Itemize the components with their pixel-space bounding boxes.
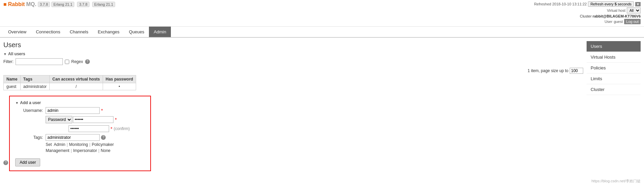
sidebar: Users Virtual Hosts Policies Limits Clus… bbox=[587, 41, 641, 171]
filter-input[interactable] bbox=[16, 58, 63, 65]
top-bar: ■ RabbitMQ. 3.7.8 Erlang 21.1 3.7.8 Erla… bbox=[0, 0, 644, 27]
nav: Overview Connections Channels Exchanges … bbox=[0, 27, 644, 38]
regex-label: Regex bbox=[71, 59, 83, 64]
cell-name: guest bbox=[4, 83, 21, 90]
page-title: Users bbox=[3, 41, 583, 49]
logo-text-rabbit: Rabbit bbox=[8, 1, 25, 7]
col-name: Name bbox=[4, 75, 21, 83]
tags-input[interactable] bbox=[46, 134, 100, 141]
username-input[interactable] bbox=[46, 107, 100, 114]
cell-vhosts: / bbox=[50, 83, 103, 90]
tag-management[interactable]: Management bbox=[46, 148, 69, 153]
logo-text-mq: MQ. bbox=[26, 1, 36, 7]
pagination-row: 1 item, page size up to bbox=[3, 68, 583, 74]
tag-impersonator[interactable]: Impersonator bbox=[73, 148, 97, 153]
tag-policymaker[interactable]: Policymaker bbox=[92, 142, 114, 147]
refresh-timestamp: Refreshed 2018-10-10 13:11:22 bbox=[534, 2, 587, 6]
main: Users ▼ All users Filter: Regex ? 1 item… bbox=[0, 38, 644, 175]
password-input[interactable] bbox=[73, 116, 113, 123]
erlang-badge: Erlang 21.1 bbox=[92, 2, 115, 7]
refresh-button[interactable]: Refresh every 5 seconds bbox=[588, 1, 634, 7]
logo-icon: ■ bbox=[3, 1, 7, 7]
sidebar-item-users[interactable]: Users bbox=[587, 41, 641, 52]
password-confirm-row: * (confirm) bbox=[15, 125, 145, 132]
erlang-badge: Erlang 21.1 bbox=[51, 2, 74, 7]
logo: ■ RabbitMQ. 3.7.8 Erlang 21.1 bbox=[3, 1, 74, 7]
vhost-select[interactable]: All bbox=[627, 7, 641, 13]
password-required: * bbox=[115, 117, 117, 122]
page-size-input[interactable] bbox=[570, 68, 583, 74]
nav-exchanges[interactable]: Exchanges bbox=[93, 27, 124, 37]
table-help-icon[interactable]: ? bbox=[3, 160, 8, 165]
username-row: Username: * bbox=[15, 107, 145, 114]
user-line: User guest Log out bbox=[534, 19, 641, 24]
logout-button[interactable]: Log out bbox=[624, 19, 641, 24]
confirm-label: (confirm) bbox=[114, 126, 130, 131]
username-required: * bbox=[101, 108, 103, 113]
all-users-header[interactable]: ▼ All users bbox=[3, 52, 583, 56]
set-label: Set bbox=[46, 142, 52, 147]
col-password: Has password bbox=[103, 75, 136, 83]
add-user-header[interactable]: ▼ Add a user bbox=[15, 100, 145, 105]
nav-overview[interactable]: Overview bbox=[3, 27, 31, 37]
add-user-btn-row: Add user bbox=[15, 156, 145, 166]
add-user-box: ▼ Add a user Username: * Password Hashed… bbox=[9, 96, 151, 171]
refresh-section: Refreshed 2018-10-10 13:11:22 Refresh ev… bbox=[534, 1, 641, 7]
tag-monitoring[interactable]: Monitoring bbox=[69, 142, 88, 147]
sidebar-item-policies[interactable]: Policies bbox=[587, 63, 641, 73]
filter-row: Filter: Regex ? bbox=[3, 58, 583, 65]
collapse-arrow: ▼ bbox=[3, 52, 7, 56]
username-label: Username: bbox=[15, 108, 46, 113]
add-user-arrow: ▼ bbox=[15, 101, 19, 105]
nav-queues[interactable]: Queues bbox=[124, 27, 149, 37]
col-tags: Tags bbox=[20, 75, 49, 83]
regex-help-icon[interactable]: ? bbox=[85, 59, 90, 64]
confirm-required: * bbox=[110, 126, 112, 131]
password-confirm-input[interactable] bbox=[69, 125, 109, 132]
refresh-dropdown[interactable]: ▼ bbox=[635, 2, 641, 6]
regex-checkbox[interactable] bbox=[65, 60, 69, 64]
top-right-info: Refreshed 2018-10-10 13:11:22 Refresh ev… bbox=[534, 1, 641, 25]
nav-channels[interactable]: Channels bbox=[65, 27, 93, 37]
sidebar-item-limits[interactable]: Limits bbox=[587, 73, 641, 84]
set-row-1: Set Admin | Monitoring | Policymaker bbox=[46, 142, 145, 147]
table-row: guest administrator / • bbox=[4, 83, 136, 90]
version-badge: 3.7.8 bbox=[38, 2, 50, 7]
col-vhosts: Can access virtual hosts bbox=[50, 75, 103, 83]
tag-admin[interactable]: Admin bbox=[54, 142, 65, 147]
logo-area: ■ RabbitMQ. 3.7.8 Erlang 21.1 3.7.8 Erla… bbox=[3, 1, 115, 7]
password-row: Password Hashed * bbox=[15, 116, 145, 123]
tags-help-icon[interactable]: ? bbox=[101, 135, 106, 140]
tags-label: Tags: bbox=[15, 135, 46, 140]
vhost-line: Virtual host All bbox=[534, 7, 641, 13]
tags-row: Tags: ? bbox=[15, 134, 145, 141]
sidebar-item-cluster[interactable]: Cluster bbox=[587, 84, 641, 95]
version-badge: 3.7.8 bbox=[77, 2, 89, 7]
tag-none[interactable]: None bbox=[101, 148, 110, 153]
set-row-2: Management | Impersonator | None bbox=[46, 148, 145, 153]
password-type-select[interactable]: Password Hashed bbox=[46, 116, 72, 123]
nav-admin[interactable]: Admin bbox=[149, 27, 171, 37]
nav-connections[interactable]: Connections bbox=[31, 27, 65, 37]
content: Users ▼ All users Filter: Regex ? 1 item… bbox=[3, 41, 583, 171]
cluster-line: Cluster rabbit@BILAGEM-KT786V6 bbox=[534, 14, 641, 18]
add-user-button[interactable]: Add user bbox=[15, 158, 40, 166]
users-table: Name Tags Can access virtual hosts Has p… bbox=[3, 75, 136, 90]
cell-tags: administrator bbox=[20, 83, 49, 90]
sidebar-item-virtual-hosts[interactable]: Virtual Hosts bbox=[587, 52, 641, 63]
cell-password: • bbox=[103, 83, 136, 90]
